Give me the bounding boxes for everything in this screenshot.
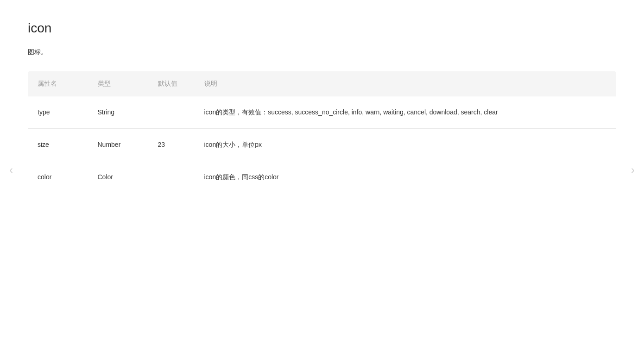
cell-prop-name: type bbox=[28, 96, 88, 129]
header-default: 默认值 bbox=[149, 71, 195, 96]
header-description: 说明 bbox=[195, 71, 616, 96]
table-header-row: 属性名 类型 默认值 说明 bbox=[28, 71, 616, 96]
cell-prop-name: size bbox=[28, 129, 88, 161]
nav-right-arrow[interactable]: › bbox=[626, 157, 639, 183]
cell-prop-description: icon的类型，有效值：success, success_no_circle, … bbox=[195, 96, 616, 129]
cell-prop-type: Number bbox=[88, 129, 149, 161]
header-name: 属性名 bbox=[28, 71, 88, 96]
table-row: colorColoricon的颜色，同css的color bbox=[28, 161, 616, 194]
cell-prop-description: icon的大小，单位px bbox=[195, 129, 616, 161]
header-type: 类型 bbox=[88, 71, 149, 96]
page-title: icon bbox=[28, 19, 616, 38]
cell-prop-default bbox=[149, 161, 195, 194]
cell-prop-default bbox=[149, 96, 195, 129]
page-wrapper: ‹ › icon 图标。 属性名 类型 默认值 说明 typeStringico… bbox=[0, 0, 644, 340]
nav-left-arrow[interactable]: ‹ bbox=[5, 157, 18, 183]
page-description: 图标。 bbox=[28, 47, 616, 57]
cell-prop-type: String bbox=[88, 96, 149, 129]
props-table: 属性名 类型 默认值 说明 typeStringicon的类型，有效值：succ… bbox=[28, 71, 616, 194]
cell-prop-description: icon的颜色，同css的color bbox=[195, 161, 616, 194]
cell-prop-name: color bbox=[28, 161, 88, 194]
table-row: typeStringicon的类型，有效值：success, success_n… bbox=[28, 96, 616, 129]
table-row: sizeNumber23icon的大小，单位px bbox=[28, 129, 616, 161]
cell-prop-type: Color bbox=[88, 161, 149, 194]
cell-prop-default: 23 bbox=[149, 129, 195, 161]
